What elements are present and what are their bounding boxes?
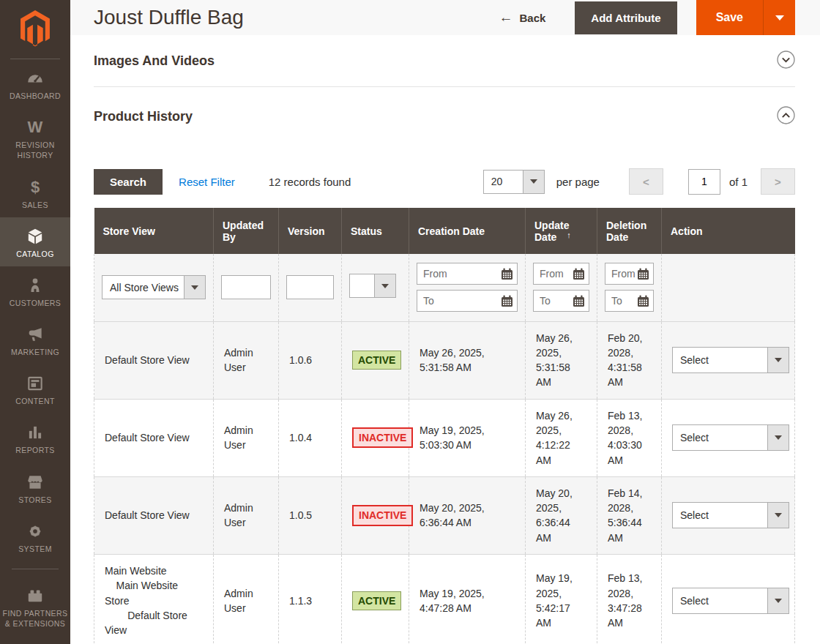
- sidebar-item-dashboard[interactable]: DASHBOARD: [0, 59, 70, 108]
- version-cell: 1.1.3: [279, 555, 342, 644]
- column-header-update-date[interactable]: Update Date↑: [526, 208, 597, 254]
- row-action-select[interactable]: Select: [672, 347, 789, 373]
- caret-down-icon: [767, 588, 789, 613]
- sidebar-item-customers[interactable]: CUSTOMERS: [0, 266, 70, 315]
- caret-down-icon: [767, 425, 789, 450]
- update-date-to-input[interactable]: [534, 293, 573, 308]
- add-attribute-button[interactable]: Add Attribute: [575, 1, 676, 34]
- sidebar-item-stores[interactable]: STORES: [0, 463, 70, 512]
- magento-logo-icon: [18, 10, 52, 50]
- row-action-select[interactable]: Select: [672, 424, 789, 451]
- calendar-icon[interactable]: [637, 268, 649, 280]
- calendar-icon[interactable]: [573, 268, 585, 280]
- calendar-icon[interactable]: [637, 295, 649, 307]
- row-action-value: Select: [673, 503, 767, 528]
- next-page-button[interactable]: >: [761, 168, 795, 195]
- sidebar-item-label: CONTENT: [1, 396, 69, 406]
- column-header-action[interactable]: Action: [662, 208, 795, 254]
- version-cell: 1.0.4: [279, 399, 342, 476]
- save-dropdown-toggle[interactable]: [763, 0, 795, 35]
- deletion-date-to-input[interactable]: [605, 293, 637, 308]
- sidebar-item-label: CATALOG: [1, 249, 69, 259]
- creation-date-from-field: [417, 263, 518, 285]
- creation-date-cell: May 19, 2025, 4:47:28 AM: [409, 555, 526, 644]
- reset-filter-link[interactable]: Reset Filter: [179, 176, 235, 188]
- sidebar-nav: DASHBOARD W REVISION HISTORY $ SALES: [0, 59, 70, 636]
- column-header-status[interactable]: Status: [342, 208, 409, 254]
- grid-filter-row: All Store Views: [94, 254, 795, 321]
- section-product-history[interactable]: Product History: [94, 87, 795, 135]
- updated-by-filter-input[interactable]: [221, 275, 271, 299]
- updated-by-cell: Admin User: [214, 321, 279, 399]
- deletion-date-cell: Feb 20, 2028, 4:31:58 AM: [597, 321, 662, 399]
- sidebar-item-label: MARKETING: [1, 347, 69, 357]
- back-arrow-icon: ←: [499, 10, 513, 26]
- extensions-icon: [1, 585, 69, 606]
- update-date-cell: May 19, 2025, 5:42:17 AM: [526, 555, 597, 644]
- creation-date-to-field: [417, 290, 518, 312]
- creation-date-cell: May 26, 2025, 5:31:58 AM: [409, 321, 526, 399]
- store-view-filter-select[interactable]: All Store Views: [102, 275, 206, 299]
- column-header-deletion-date[interactable]: Deletion Date: [597, 208, 662, 254]
- calendar-icon[interactable]: [573, 295, 585, 307]
- status-badge: INACTIVE: [352, 427, 413, 448]
- table-row[interactable]: Main Website Main Website Store Default …: [94, 555, 795, 644]
- update-date-cell: May 20, 2025, 6:36:44 AM: [526, 476, 597, 554]
- sidebar-item-system[interactable]: SYSTEM: [0, 512, 70, 561]
- per-page-select[interactable]: 20: [483, 170, 545, 194]
- column-header-updated-by[interactable]: Updated By: [214, 208, 279, 254]
- sidebar-item-catalog[interactable]: CATALOG: [0, 217, 70, 266]
- table-row[interactable]: Default Store View Admin User 1.0.4 INAC…: [94, 399, 795, 476]
- chevron-up-icon[interactable]: [777, 106, 795, 127]
- table-row[interactable]: Default Store View Admin User 1.0.6 ACTI…: [94, 321, 795, 399]
- row-action-value: Select: [673, 425, 767, 450]
- caret-down-icon: [767, 503, 789, 528]
- person-icon: [1, 275, 69, 296]
- calendar-icon[interactable]: [501, 295, 513, 307]
- caret-down-icon: [775, 15, 784, 20]
- update-date-from-input[interactable]: [534, 266, 573, 281]
- revision-history-icon: W: [1, 117, 69, 138]
- row-action-select[interactable]: Select: [672, 502, 789, 528]
- product-history-grid: Store View Updated By Version Status Cre…: [94, 208, 795, 644]
- version-filter-input[interactable]: [286, 275, 334, 299]
- caret-down-icon: [523, 171, 544, 193]
- back-button[interactable]: ← Back: [499, 10, 546, 26]
- creation-date-cell: May 20, 2025, 6:36:44 AM: [409, 476, 526, 554]
- store-view-cell: Default Store View: [94, 399, 214, 476]
- row-action-select[interactable]: Select: [672, 588, 789, 614]
- sidebar-item-find-partners[interactable]: FIND PARTNERS & EXTENSIONS: [0, 577, 70, 636]
- sidebar-item-reports[interactable]: REPORTS: [0, 413, 70, 463]
- table-row[interactable]: Default Store View Admin User 1.0.5 INAC…: [94, 476, 795, 554]
- dollar-icon: $: [1, 177, 69, 198]
- search-button[interactable]: Search: [94, 169, 163, 195]
- status-badge: ACTIVE: [352, 351, 401, 370]
- calendar-icon[interactable]: [501, 268, 513, 280]
- sidebar-item-content[interactable]: CONTENT: [0, 364, 70, 413]
- sidebar-item-sales[interactable]: $ SALES: [0, 168, 70, 217]
- deletion-date-cell: Feb 13, 2028, 4:03:30 AM: [597, 399, 662, 476]
- sidebar-item-revision-history[interactable]: W REVISION HISTORY: [0, 108, 70, 168]
- page-number-input[interactable]: [688, 169, 720, 195]
- sidebar-item-label: REPORTS: [1, 445, 69, 455]
- deletion-date-cell: Feb 14, 2028, 5:36:44 AM: [597, 476, 662, 554]
- sidebar-item-label: DASHBOARD: [1, 91, 69, 101]
- creation-date-cell: May 19, 2025, 5:03:30 AM: [409, 399, 526, 476]
- column-header-version[interactable]: Version: [279, 208, 342, 254]
- creation-date-from-input[interactable]: [417, 266, 501, 281]
- updated-by-cell: Admin User: [214, 476, 279, 554]
- status-filter-select[interactable]: [349, 274, 396, 298]
- sidebar-item-marketing[interactable]: MARKETING: [0, 315, 70, 364]
- status-badge: INACTIVE: [352, 505, 413, 525]
- magento-logo[interactable]: [0, 0, 70, 59]
- gear-icon: [1, 521, 69, 542]
- deletion-date-from-field: [605, 263, 654, 285]
- previous-page-button[interactable]: <: [629, 168, 663, 195]
- column-header-store-view[interactable]: Store View: [94, 208, 214, 254]
- creation-date-to-input[interactable]: [417, 293, 501, 308]
- column-header-creation-date[interactable]: Creation Date: [409, 208, 526, 254]
- section-images-and-videos[interactable]: Images And Videos: [94, 35, 795, 87]
- save-button[interactable]: Save: [696, 0, 763, 35]
- chevron-down-icon[interactable]: [777, 50, 795, 72]
- deletion-date-from-input[interactable]: [605, 266, 637, 281]
